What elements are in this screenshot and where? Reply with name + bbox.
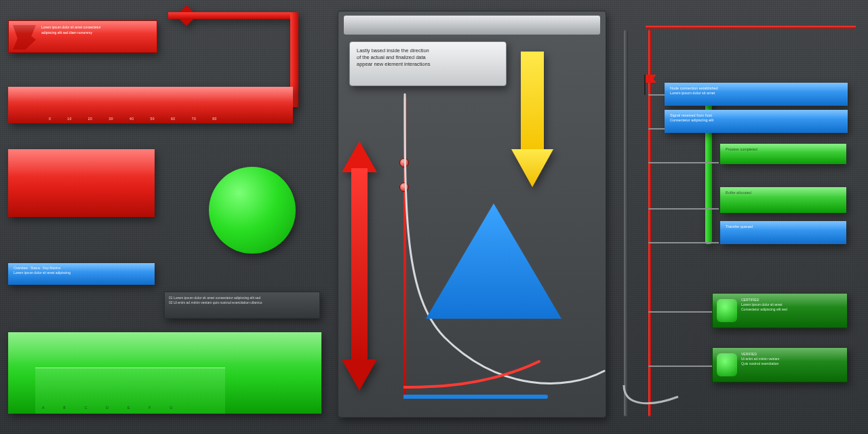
list-item: Node connection established Lorem ipsum …	[665, 83, 848, 106]
tick-label: B	[63, 406, 65, 410]
connector-pin-icon	[399, 158, 409, 167]
tick-label: G	[170, 406, 172, 410]
strip-line: Overview · Status · Key Metrics	[14, 266, 149, 271]
badge-line: Quis nostrud exercitation	[741, 361, 842, 366]
central-panel: Lastly based inside the direction of the…	[338, 11, 606, 418]
panel-titlebar	[344, 16, 600, 35]
tick-label: 50	[151, 117, 155, 121]
badge-line: Lorem ipsum dolor sit amet	[741, 302, 842, 307]
tick-label: 30	[108, 117, 113, 121]
tick-label: F	[149, 406, 151, 410]
list-item-line: Consectetur adipiscing elit	[670, 118, 842, 123]
horizontal-rail-red	[646, 26, 856, 28]
certificate-icon	[717, 299, 737, 322]
list-item: Process completed	[720, 144, 846, 164]
badge-line: CERTIFIED	[741, 298, 842, 302]
callout-line: appear new element interactions	[357, 61, 499, 68]
badge-line: VERIFIED	[741, 352, 842, 357]
vertical-rail	[624, 30, 628, 416]
connector-pin-icon	[399, 182, 409, 192]
tick-label: 10	[67, 117, 72, 121]
double-arrow-vertical-icon	[342, 141, 377, 391]
panel-callout: Lastly based inside the direction of the…	[349, 41, 507, 86]
caption-line: 02 Ut enim ad minim veniam quis nostrud …	[169, 300, 315, 305]
info-card-red: Lorem ipsum dolor sit amet consectetur a…	[8, 20, 157, 53]
flag-marker-icon	[640, 75, 650, 95]
torn-badge-icon	[13, 25, 36, 50]
red-rectangle-shape	[8, 149, 155, 217]
tick-label: C	[85, 406, 87, 410]
tick-label: E	[127, 406, 130, 410]
tick-label: 40	[130, 117, 134, 121]
green-bar-large: A B C D E F G	[8, 332, 321, 414]
badge-line: Ut enim ad minim veniam	[741, 357, 842, 361]
badge-line: Consectetur adipiscing elit sed	[741, 307, 842, 312]
verify-icon	[717, 353, 737, 376]
list-item-line: Node connection established	[670, 86, 842, 91]
list-item-line: Signal received from host	[670, 113, 842, 118]
green-circle-shape	[209, 167, 296, 254]
tick-label: 20	[88, 117, 93, 121]
tick-label: 80	[212, 117, 217, 121]
tick-label: D	[106, 406, 108, 410]
tick-label: 0	[49, 117, 51, 121]
caption-line: 01 Lorem ipsum dolor sit amet consectetu…	[169, 296, 315, 300]
list-item-line: Process completed	[726, 147, 841, 152]
callout-line: of the actual and finalized data	[357, 54, 499, 61]
dark-caption-box: 01 Lorem ipsum dolor sit amet consectetu…	[164, 292, 320, 319]
list-item-line: Transfer queued	[726, 224, 841, 229]
list-item-line: Lorem ipsum dolor sit amet	[670, 91, 842, 96]
badge-card-green: VERIFIED Ut enim ad minim veniam Quis no…	[712, 347, 848, 382]
card-line: adipiscing elit sed diam nonummy	[41, 31, 151, 36]
list-item-line: Buffer allocated	[726, 191, 841, 195]
red-scale-bar: 0 10 20 30 40 50 60 70 80	[8, 87, 293, 123]
callout-line: Lastly based inside the direction	[357, 47, 499, 54]
vertical-red-line	[403, 97, 406, 398]
arrow-down-yellow-icon	[511, 52, 553, 187]
badge-card-green: CERTIFIED Lorem ipsum dolor sit amet Con…	[712, 293, 848, 328]
list-item: Signal received from host Consectetur ad…	[665, 110, 848, 133]
list-item: Buffer allocated	[720, 187, 846, 213]
blue-info-strip: Overview · Status · Key Metrics Lorem ip…	[8, 263, 155, 285]
tick-label: 70	[192, 117, 197, 121]
tick-label: A	[42, 406, 44, 410]
list-item: Transfer queued	[720, 221, 846, 244]
tick-label: 60	[171, 117, 176, 121]
strip-line: Lorem ipsum dolor sit amet adipiscing	[14, 271, 149, 275]
card-line: Lorem ipsum dolor sit amet consectetur	[41, 25, 151, 31]
